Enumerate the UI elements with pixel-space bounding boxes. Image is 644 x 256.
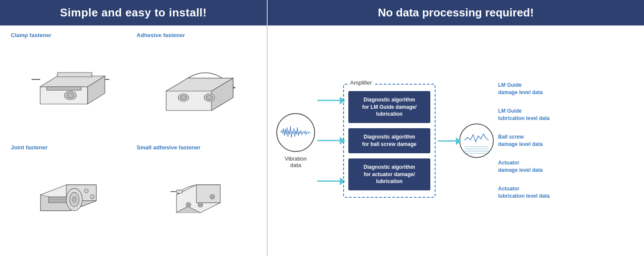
small-adhesive-label: Small adhesive fastener [137, 144, 201, 151]
adhesive-label: Adhesive fastener [137, 32, 185, 38]
joint-svg [32, 175, 109, 227]
output-list: LM Guide damage level data LM Guide lubr… [494, 76, 549, 205]
algo-box-1: Diagnostic algorithm for LM Guide damage… [348, 91, 430, 123]
output-item-2: LM Guide lubrication level data [498, 107, 549, 122]
small-adhesive-image [137, 152, 256, 250]
svg-rect-3 [47, 87, 81, 90]
svg-point-5 [67, 93, 74, 98]
amplifier-box: Amplifier Diagnostic algorithm for LM Gu… [343, 84, 436, 198]
clamp-label: Clamp fastener [11, 32, 51, 38]
clamp-image [11, 40, 130, 138]
vibration-label: Vibration data [284, 155, 306, 168]
joint-image [11, 152, 130, 250]
fastener-clamp: Clamp fastener [9, 30, 133, 140]
output-item-5: Actuator lubrication level data [498, 185, 549, 200]
fastener-joint: Joint fastener [9, 142, 133, 252]
svg-point-32 [187, 204, 190, 206]
right-header: No data processing required! [268, 0, 644, 25]
output-item-1: LM Guide damage level data [498, 82, 549, 96]
svg-point-26 [73, 197, 76, 202]
adhesive-svg [158, 63, 235, 115]
svg-point-13 [180, 95, 186, 100]
right-panel: No data processing required! Vibration d… [268, 0, 644, 256]
vibration-column: Vibration data [276, 113, 315, 168]
algo-box-2: Diagnostic algorithm for ball screw dama… [348, 128, 430, 153]
vibration-circle [276, 113, 315, 152]
svg-point-15 [206, 95, 212, 100]
arrow-to-algo2 [317, 140, 341, 141]
waveform-svg [278, 115, 313, 150]
algo-box-3: Diagnostic algorithm for actuator damage… [348, 158, 430, 190]
input-arrows [317, 80, 341, 201]
output-circle [459, 123, 494, 158]
output-arrow-col [438, 80, 457, 201]
output-item-4: Actuator damage level data [498, 159, 549, 174]
output-arrow [438, 140, 457, 142]
amplifier-label: Amplifier [348, 79, 374, 86]
fastener-adhesive: Adhesive fastener [135, 30, 259, 140]
output-circle-col [459, 123, 494, 158]
output-item-3: Ball screw damage level data [498, 133, 549, 148]
arrow-to-algo3 [317, 180, 341, 182]
svg-point-27 [85, 189, 88, 193]
svg-point-28 [90, 195, 94, 199]
svg-point-36 [211, 196, 214, 198]
svg-rect-37 [177, 190, 183, 193]
adhesive-image [137, 40, 256, 138]
svg-point-34 [199, 204, 202, 206]
output-svg [461, 125, 492, 156]
fastener-small-adhesive: Small adhesive fastener [135, 142, 259, 252]
svg-rect-6 [57, 73, 92, 77]
left-panel: Simple and easy to install! Clamp fasten… [0, 0, 268, 256]
small-adhesive-svg [158, 175, 235, 227]
left-header: Simple and easy to install! [0, 0, 267, 25]
arrow-to-algo1 [317, 100, 341, 101]
diagram-area: Vibration data Amplifier Diagnostic algo… [268, 25, 644, 256]
clamp-svg [32, 63, 109, 115]
joint-label: Joint fastener [11, 144, 47, 151]
svg-marker-30 [196, 185, 220, 203]
fastener-grid: Clamp fastener [0, 25, 267, 256]
